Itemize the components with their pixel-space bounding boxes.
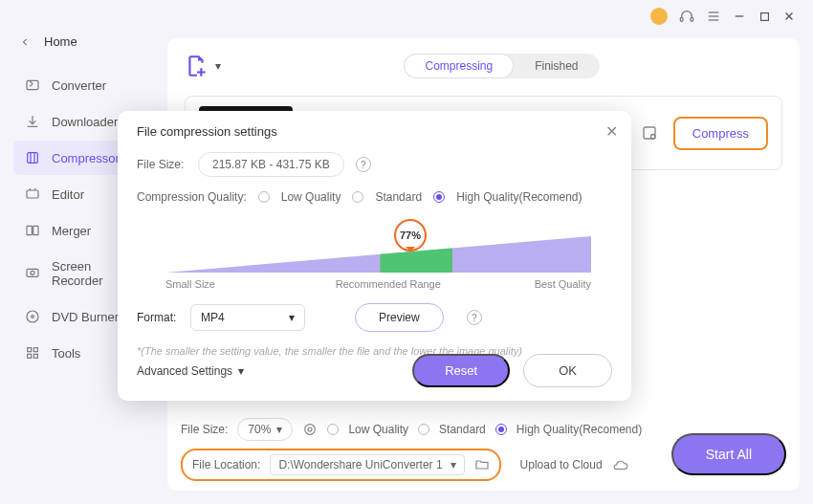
compression-settings-modal: File compression settings ✕ File Size: 2… — [118, 111, 631, 401]
svg-rect-26 — [644, 127, 655, 139]
bb-low-label: Low Quality — [348, 423, 408, 436]
modal-standard-label: Standard — [375, 190, 422, 204]
modal-radio-low[interactable] — [258, 191, 270, 203]
chevron-down-icon: ▾ — [289, 311, 295, 324]
svg-marker-30 — [165, 236, 591, 273]
minimize-button[interactable] — [733, 10, 746, 23]
svg-rect-18 — [27, 269, 38, 276]
sidebar-item-label: Converter — [52, 78, 106, 93]
bb-standard-label: Standard — [439, 423, 486, 436]
chevron-down-icon[interactable]: ▾ — [215, 59, 221, 73]
sidebar-item-label: Compressor — [52, 151, 120, 165]
svg-rect-1 — [691, 17, 693, 21]
converter-icon — [25, 77, 40, 93]
close-button[interactable] — [782, 10, 796, 23]
sidebar-item-label: Tools — [52, 346, 80, 361]
small-size-label: Small Size — [165, 278, 215, 290]
svg-rect-9 — [27, 80, 38, 89]
info-icon[interactable]: ? — [356, 157, 371, 172]
target-icon[interactable] — [302, 422, 318, 437]
slider-value-bubble: 77% — [394, 219, 427, 252]
toolbar: ▾ Compressing Finished — [185, 54, 782, 78]
modal-radio-high[interactable] — [433, 191, 445, 203]
file-location-label: File Location: — [192, 458, 260, 471]
format-label: Format: — [137, 311, 177, 324]
chevron-down-icon: ▾ — [276, 423, 282, 436]
svg-rect-6 — [760, 12, 768, 20]
svg-rect-17 — [33, 226, 38, 234]
sidebar-item-label: DVD Burner — [52, 310, 119, 324]
start-all-button[interactable]: Start All — [671, 433, 786, 475]
bb-file-size-select[interactable]: 70%▾ — [237, 418, 293, 441]
sidebar-item-converter[interactable]: Converter — [13, 68, 154, 102]
modal-high-label: High Quality(Recomend) — [456, 190, 582, 204]
svg-rect-24 — [28, 354, 32, 358]
menu-icon[interactable] — [706, 9, 721, 24]
file-location-group: File Location: D:\Wondershare UniConvert… — [181, 449, 501, 481]
svg-point-29 — [308, 427, 312, 431]
svg-point-19 — [31, 271, 34, 274]
quality-label: Compression Quality: — [137, 190, 247, 204]
svg-rect-23 — [33, 348, 37, 352]
reset-button[interactable]: Reset — [412, 354, 510, 387]
maximize-button[interactable] — [758, 10, 771, 23]
tab-finished[interactable]: Finished — [514, 54, 599, 78]
info-icon[interactable]: ? — [467, 310, 482, 325]
home-back[interactable]: Home — [10, 27, 158, 56]
svg-rect-16 — [27, 226, 32, 234]
recommended-range-label: Recommended Range — [336, 278, 441, 290]
cloud-icon[interactable] — [612, 456, 629, 473]
file-size-label: File Size: — [137, 158, 187, 171]
quality-slider[interactable]: 77% Small Size Recommended Range Best Qu… — [137, 223, 612, 286]
radio-standard[interactable] — [418, 424, 429, 435]
ok-button[interactable]: OK — [523, 354, 612, 387]
compress-button[interactable]: Compress — [673, 117, 768, 150]
tab-compressing[interactable]: Compressing — [404, 54, 514, 78]
tools-icon — [25, 345, 40, 361]
modal-title: File compression settings — [137, 124, 612, 139]
avatar[interactable] — [650, 8, 668, 25]
svg-marker-31 — [380, 248, 451, 273]
file-size-field[interactable]: 215.87 KB - 431.75 KB — [198, 152, 344, 177]
svg-point-27 — [650, 135, 655, 140]
svg-point-20 — [27, 311, 38, 322]
merger-icon — [25, 223, 40, 238]
radio-low[interactable] — [327, 424, 339, 435]
bottom-bar: File Size: 70%▾ Low Quality Standard Hig… — [181, 410, 786, 481]
svg-rect-22 — [28, 348, 32, 352]
headset-icon[interactable] — [679, 9, 694, 24]
format-select[interactable]: MP4▾ — [190, 304, 305, 331]
svg-point-21 — [32, 316, 34, 318]
editor-icon — [25, 186, 40, 202]
modal-low-label: Low Quality — [281, 190, 341, 204]
svg-rect-13 — [27, 190, 38, 198]
home-label: Home — [44, 34, 77, 49]
download-icon — [25, 114, 40, 129]
dvd-icon — [25, 309, 40, 324]
chevron-down-icon: ▾ — [450, 458, 456, 471]
sidebar-item-label: Merger — [52, 224, 91, 238]
upload-cloud-label: Upload to Cloud — [520, 458, 603, 471]
add-file-icon[interactable] — [185, 54, 209, 78]
sidebar-item-label: Editor — [52, 187, 84, 202]
radio-high[interactable] — [495, 424, 507, 435]
svg-rect-10 — [28, 153, 38, 164]
bb-file-size-label: File Size: — [181, 423, 228, 436]
bb-high-label: High Quality(Recomend) — [516, 423, 642, 436]
svg-rect-25 — [33, 354, 37, 358]
folder-icon[interactable] — [474, 457, 490, 472]
tabs: Compressing Finished — [404, 54, 599, 78]
screen-recorder-icon — [25, 266, 40, 281]
preview-button[interactable]: Preview — [355, 303, 444, 332]
file-location-select[interactable]: D:\Wondershare UniConverter 1▾ — [270, 454, 464, 475]
svg-point-28 — [305, 425, 316, 435]
chevron-left-icon — [19, 36, 31, 48]
close-icon[interactable]: ✕ — [605, 122, 618, 141]
settings-icon[interactable] — [641, 124, 658, 142]
compressor-icon — [25, 150, 40, 165]
sidebar-item-label: Downloader — [52, 115, 118, 129]
chevron-down-icon: ▾ — [238, 364, 244, 378]
advanced-settings-toggle[interactable]: Advanced Settings▾ — [137, 364, 244, 378]
titlebar — [650, 8, 796, 25]
modal-radio-standard[interactable] — [352, 191, 363, 203]
